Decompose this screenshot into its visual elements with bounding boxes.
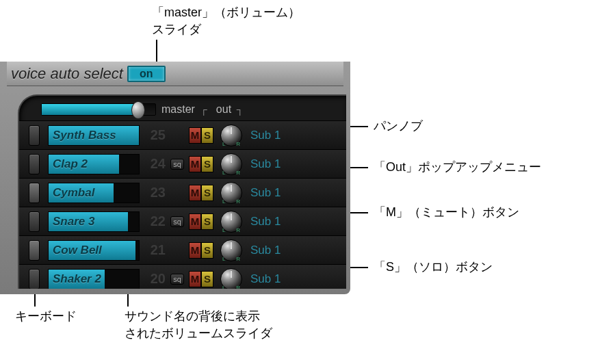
voice-row: Shaker 220sqMSLRSub 1 (19, 264, 346, 289)
voice-auto-select-toggle[interactable]: on (127, 66, 166, 82)
pan-label-right: R (236, 256, 240, 262)
out-bracket-right: ┐ (237, 104, 243, 115)
out-bracket-left: ┌ (200, 104, 207, 115)
out-popup-menu[interactable]: Sub 1 (250, 244, 281, 257)
master-row: master ┌ out ┐ (19, 96, 346, 120)
voice-volume-slider[interactable]: Cow Bell (48, 240, 140, 261)
voice-row: Synth Bass25MSLRSub 1 (19, 120, 346, 149)
solo-button[interactable]: S (201, 242, 213, 259)
voice-name-label: Synth Bass (53, 129, 116, 142)
mute-solo-group: MS (189, 213, 213, 230)
voice-auto-select-bar: voice auto select on (7, 62, 343, 86)
solo-button[interactable]: S (201, 185, 213, 201)
mute-button[interactable]: M (189, 213, 201, 230)
mute-solo-group: MS (189, 271, 213, 287)
pan-knob[interactable]: LR (220, 153, 242, 175)
mute-solo-group: MS (189, 185, 213, 201)
voice-row: Cow Bell21MSLRSub 1 (19, 235, 346, 264)
master-volume-fill (42, 104, 138, 115)
callout-mute-btn: 「M」（ミュート）ボタン (374, 204, 519, 221)
out-popup-menu[interactable]: Sub 1 (250, 272, 281, 286)
keyboard-trigger[interactable] (29, 154, 40, 174)
voice-number: 20 (142, 271, 166, 287)
pan-knob[interactable]: LR (220, 268, 242, 289)
master-volume-handle[interactable] (131, 101, 145, 119)
pan-label-right: R (236, 141, 240, 147)
pan-knob[interactable]: LR (220, 239, 242, 261)
pan-label-right: R (236, 285, 240, 289)
voice-row: Clap 224sqMSLRSub 1 (19, 149, 346, 178)
voice-row: Cymbal23MSLRSub 1 (19, 178, 346, 207)
pan-knob[interactable]: LR (220, 182, 242, 204)
mute-button[interactable]: M (189, 156, 201, 172)
keyboard-trigger[interactable] (29, 183, 40, 203)
callout-keyboard: キーボード (15, 308, 77, 325)
sq-toggle[interactable]: sq (168, 274, 186, 285)
voice-row: Snare 322sqMSLRSub 1 (19, 207, 346, 235)
pan-label-left: L (222, 141, 225, 147)
mute-solo-group: MS (189, 242, 213, 259)
keyboard-trigger[interactable] (29, 125, 40, 146)
mute-button[interactable]: M (189, 185, 201, 201)
solo-button[interactable]: S (201, 271, 213, 287)
voice-name-label: Shaker 2 (53, 272, 101, 286)
mute-solo-group: MS (189, 156, 213, 172)
out-popup-menu[interactable]: Sub 1 (250, 186, 281, 200)
master-volume-slider[interactable] (41, 103, 156, 116)
mute-button[interactable]: M (189, 127, 201, 144)
voice-volume-slider[interactable]: Cymbal (48, 183, 140, 203)
out-popup-menu[interactable]: Sub 1 (250, 157, 281, 171)
voice-volume-slider[interactable]: Shaker 2 (48, 269, 140, 289)
pan-label-left: L (222, 198, 225, 205)
callout-master-slider: 「master」（ボリューム） スライダ (152, 4, 300, 38)
pan-label-right: R (236, 170, 240, 176)
sq-indicator: sq (170, 159, 184, 170)
pan-label-left: L (222, 256, 225, 262)
pan-label-left: L (222, 227, 225, 233)
sq-indicator: sq (170, 274, 184, 285)
callout-pan-knob: パンノブ (374, 118, 423, 135)
solo-button[interactable]: S (201, 127, 213, 144)
voice-number: 22 (142, 213, 166, 229)
pan-knob[interactable]: LR (220, 211, 242, 233)
voice-volume-slider[interactable]: Synth Bass (48, 125, 140, 146)
voice-auto-select-label: voice auto select (11, 65, 123, 83)
sq-toggle[interactable]: sq (168, 159, 186, 170)
master-label: master (161, 103, 195, 116)
mute-button[interactable]: M (189, 242, 201, 259)
keyboard-trigger[interactable] (29, 269, 40, 289)
callout-solo-btn: 「S」（ソロ）ボタン (374, 259, 493, 276)
voice-number: 23 (142, 185, 166, 200)
voice-number: 25 (142, 127, 166, 143)
sq-toggle[interactable]: sq (168, 216, 186, 227)
voice-name-label: Snare 3 (53, 215, 94, 229)
solo-button[interactable]: S (201, 213, 213, 230)
sq-indicator: sq (170, 216, 184, 227)
voice-name-label: Clap 2 (53, 157, 88, 171)
mute-solo-group: MS (189, 127, 213, 144)
pan-label-left: L (222, 285, 225, 289)
keyboard-trigger[interactable] (29, 211, 40, 232)
keyboard-trigger[interactable] (29, 240, 40, 261)
mixer-panel: voice auto select on master ┌ out ┐ Synt… (0, 62, 350, 294)
voice-volume-slider[interactable]: Snare 3 (48, 211, 140, 232)
pan-label-right: R (236, 227, 240, 233)
mute-button[interactable]: M (189, 271, 201, 287)
pan-label-left: L (222, 170, 225, 176)
callout-volume-behind: サウンド名の背後に表示 されたボリュームスライダ (125, 308, 272, 342)
callout-out-menu: 「Out」ポップアップメニュー (374, 159, 541, 176)
out-header-label: out (216, 103, 231, 116)
voice-number: 21 (142, 242, 166, 258)
out-popup-menu[interactable]: Sub 1 (250, 129, 281, 142)
mixer-area: master ┌ out ┐ Synth Bass25MSLRSub 1Clap… (18, 94, 346, 289)
voice-number: 24 (142, 156, 166, 172)
solo-button[interactable]: S (201, 156, 213, 172)
pan-knob[interactable]: LR (220, 125, 242, 146)
voice-name-label: Cow Bell (53, 244, 102, 257)
voice-name-label: Cymbal (53, 186, 94, 200)
voice-volume-slider[interactable]: Clap 2 (48, 154, 140, 174)
out-popup-menu[interactable]: Sub 1 (250, 215, 281, 229)
pan-label-right: R (236, 198, 240, 205)
